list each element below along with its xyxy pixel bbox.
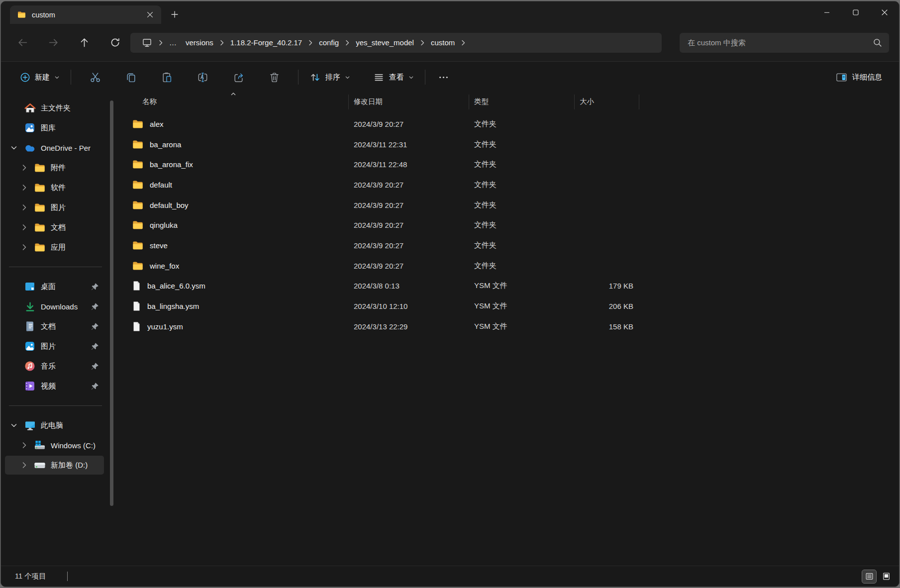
sidebar-item-label: 桌面 — [41, 282, 56, 292]
scrollbar-thumb[interactable] — [110, 100, 113, 506]
sidebar-divider — [9, 267, 102, 267]
breadcrumb-item[interactable]: custom — [426, 36, 459, 49]
chevron-right-icon[interactable] — [21, 223, 27, 231]
sidebar-item[interactable]: 文档 — [5, 317, 104, 336]
sidebar-scrollbar[interactable] — [108, 93, 118, 566]
file-type: 文件夹 — [469, 140, 575, 149]
file-row[interactable]: ba_arona 2024/3/11 22:31 文件夹 — [118, 134, 899, 155]
file-date: 2024/3/9 20:27 — [349, 241, 469, 250]
column-header[interactable]: 类型 — [469, 95, 575, 109]
file-name: ba_arona — [150, 140, 181, 149]
breadcrumb-item[interactable]: yes_steve_model — [351, 36, 418, 49]
folder-icon — [132, 241, 143, 250]
back-button[interactable] — [13, 34, 32, 52]
file-row[interactable]: wine_fox 2024/3/9 20:27 文件夹 — [118, 256, 899, 276]
breadcrumb-root-this-pc[interactable] — [137, 36, 157, 50]
details-pane-button[interactable]: 详细信息 — [831, 68, 887, 87]
sidebar-item[interactable]: 图片 — [5, 198, 104, 217]
sidebar-item[interactable]: 音乐 — [5, 357, 104, 376]
sidebar-item[interactable]: 视频 — [5, 377, 104, 395]
sidebar-item[interactable]: Downloads — [5, 297, 104, 316]
chevron-right-icon[interactable] — [21, 203, 27, 211]
search-box[interactable] — [680, 33, 889, 53]
file-row[interactable]: default 2024/3/9 20:27 文件夹 — [118, 175, 899, 195]
sidebar-item[interactable]: 新加卷 (D:) — [5, 456, 104, 475]
sidebar-item[interactable]: 桌面 — [5, 277, 104, 296]
onedrive-icon — [24, 142, 36, 154]
sidebar-item[interactable]: 附件 — [5, 158, 104, 177]
column-header[interactable]: 修改日期 — [349, 95, 469, 109]
chevron-right-icon[interactable] — [21, 164, 27, 172]
breadcrumb-item[interactable]: config — [314, 36, 343, 49]
file-row[interactable]: alex 2024/3/9 20:27 文件夹 — [118, 114, 899, 134]
maximize-button[interactable] — [841, 1, 870, 23]
details-view-button[interactable] — [862, 570, 876, 583]
folder-icon — [132, 220, 143, 230]
sort-button[interactable]: 排序 — [304, 68, 355, 87]
file-row[interactable]: steve 2024/3/9 20:27 文件夹 — [118, 235, 899, 256]
column-header[interactable]: 大小 — [575, 95, 639, 109]
navigation-pane: 主文件夹 图库 OneDrive - Per 附件 软件 图片 文档 应用 桌面 — [1, 93, 108, 566]
sidebar-item[interactable]: 主文件夹 — [5, 98, 104, 117]
file-name: default_boy — [150, 201, 189, 209]
explorer-tab[interactable]: custom — [10, 5, 161, 24]
minimize-button[interactable] — [812, 1, 841, 23]
details-pane-icon — [836, 72, 847, 83]
sidebar-item[interactable]: OneDrive - Per — [5, 138, 104, 157]
search-icon[interactable] — [873, 38, 882, 47]
sidebar-item[interactable]: 应用 — [5, 238, 104, 257]
chevron-right-icon[interactable] — [21, 184, 27, 192]
folder-icon — [34, 221, 46, 233]
sidebar-item[interactable]: Windows (C:) — [5, 436, 104, 455]
chevron-down-icon[interactable] — [10, 422, 17, 429]
rename-button[interactable] — [192, 67, 213, 87]
share-button[interactable] — [227, 67, 249, 87]
folder-icon — [132, 261, 143, 271]
sidebar-item[interactable]: 图片 — [5, 337, 104, 356]
sidebar-item[interactable]: 文档 — [5, 218, 104, 237]
file-row[interactable]: ba_lingsha.ysm 2024/3/10 12:10 YSM 文件 20… — [118, 296, 899, 316]
breadcrumb-item[interactable]: 1.18.2-Forge_40.2.17 — [226, 36, 306, 49]
view-button[interactable]: 查看 — [368, 68, 419, 87]
large-icons-view-button[interactable] — [879, 570, 893, 583]
breadcrumb-item[interactable]: … — [165, 36, 181, 49]
new-button[interactable]: 新建 — [15, 68, 65, 87]
address-bar[interactable]: …versions1.18.2-Forge_40.2.17configyes_s… — [130, 33, 662, 53]
sidebar-item[interactable]: 图库 — [5, 118, 104, 137]
sidebar-item[interactable]: 此电脑 — [5, 416, 104, 435]
column-header[interactable]: 名称 — [118, 95, 349, 109]
sidebar-item-label: 视频 — [41, 382, 56, 391]
copy-button[interactable] — [120, 67, 142, 87]
refresh-button[interactable] — [105, 34, 124, 52]
sidebar-divider — [9, 405, 102, 406]
file-row[interactable]: qingluka 2024/3/9 20:27 文件夹 — [118, 215, 899, 235]
delete-button[interactable] — [263, 67, 285, 87]
chevron-right-icon[interactable] — [21, 243, 27, 251]
file-row[interactable]: yuzu1.ysm 2024/3/13 22:29 YSM 文件 158 KB — [118, 316, 899, 337]
breadcrumb-item[interactable]: versions — [181, 36, 218, 49]
chevron-right-icon[interactable] — [21, 461, 27, 469]
up-button[interactable] — [75, 34, 94, 52]
chevron-down-icon — [345, 75, 350, 80]
breadcrumb-chevron-icon — [343, 39, 351, 46]
file-date: 2024/3/9 20:27 — [349, 201, 469, 209]
tab-close-icon[interactable] — [143, 8, 156, 21]
file-row[interactable]: default_boy 2024/3/9 20:27 文件夹 — [118, 195, 899, 215]
file-size: 179 KB — [575, 282, 639, 290]
forward-button[interactable] — [44, 34, 63, 52]
file-type: 文件夹 — [469, 220, 575, 230]
chevron-right-icon[interactable] — [21, 441, 27, 449]
cut-button[interactable] — [84, 67, 106, 87]
file-row[interactable]: ba_alice_6.0.ysm 2024/3/8 0:13 YSM 文件 17… — [118, 276, 899, 296]
sidebar-item[interactable]: 软件 — [5, 178, 104, 197]
file-row[interactable]: ba_arona_fix 2024/3/11 22:48 文件夹 — [118, 154, 899, 175]
new-tab-button[interactable] — [166, 7, 183, 22]
chevron-down-icon[interactable] — [10, 144, 17, 151]
close-button[interactable] — [870, 1, 899, 23]
file-name: ba_lingsha.ysm — [147, 302, 199, 310]
search-input[interactable] — [688, 38, 873, 47]
more-button[interactable] — [432, 67, 454, 87]
cut-icon — [90, 72, 101, 83]
paste-button[interactable] — [156, 67, 178, 87]
pin-icon — [91, 382, 99, 391]
